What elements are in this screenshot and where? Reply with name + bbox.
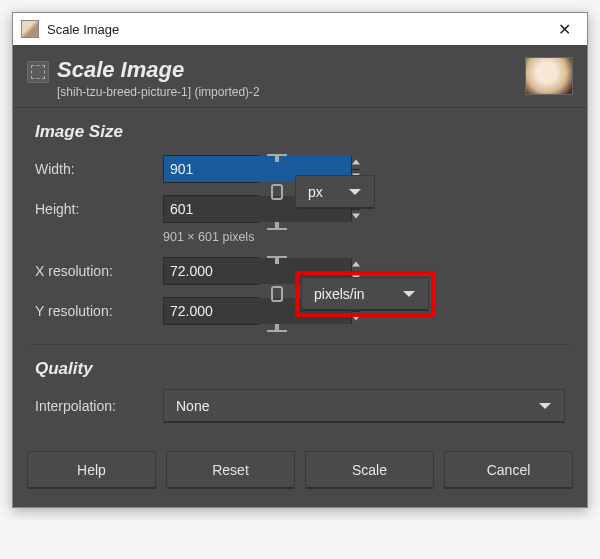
width-label: Width: [35, 161, 163, 177]
app-icon [21, 20, 39, 38]
width-input[interactable] [163, 155, 259, 183]
image-thumbnail [525, 57, 573, 95]
chevron-down-icon [538, 401, 552, 411]
interpolation-label: Interpolation: [35, 398, 163, 414]
scale-icon [27, 61, 49, 83]
aspect-lock-icon[interactable] [265, 156, 289, 228]
resolution-unit-callout: pixels/in [295, 271, 435, 317]
pixel-dimensions-hint: 901 × 601 pixels [163, 230, 565, 244]
scale-label: Scale [352, 462, 387, 478]
reset-button[interactable]: Reset [166, 451, 295, 489]
window-title: Scale Image [47, 22, 541, 37]
cancel-label: Cancel [487, 462, 531, 478]
chevron-down-icon [348, 187, 362, 197]
titlebar: Scale Image ✕ [13, 13, 587, 45]
cancel-button[interactable]: Cancel [444, 451, 573, 489]
scale-button[interactable]: Scale [305, 451, 434, 489]
height-input[interactable] [163, 195, 259, 223]
yres-label: Y resolution: [35, 303, 163, 319]
dialog-subtitle: [shih-tzu-breed-picture-1] (imported)-2 [57, 85, 525, 99]
chevron-down-icon [402, 289, 416, 299]
xres-label: X resolution: [35, 263, 163, 279]
resolution-lock-icon[interactable] [265, 258, 289, 330]
help-button[interactable]: Help [27, 451, 156, 489]
quality-heading: Quality [35, 359, 565, 379]
size-unit-value: px [308, 184, 323, 200]
size-unit-dropdown[interactable]: px [295, 175, 375, 209]
interpolation-dropdown[interactable]: None [163, 389, 565, 423]
close-icon[interactable]: ✕ [541, 13, 587, 45]
yres-input[interactable] [163, 297, 259, 325]
dialog-footer: Help Reset Scale Cancel [13, 435, 587, 507]
dialog-title: Scale Image [57, 57, 525, 83]
xres-input[interactable] [163, 257, 259, 285]
reset-label: Reset [212, 462, 249, 478]
dialog-header: Scale Image [shih-tzu-breed-picture-1] (… [13, 45, 587, 108]
help-label: Help [77, 462, 106, 478]
resolution-unit-dropdown[interactable]: pixels/in [301, 277, 429, 311]
interpolation-value: None [176, 398, 209, 414]
resolution-unit-value: pixels/in [314, 286, 365, 302]
scale-image-dialog: Scale Image ✕ Scale Image [shih-tzu-bree… [12, 12, 588, 508]
image-size-heading: Image Size [35, 122, 565, 142]
height-label: Height: [35, 201, 163, 217]
